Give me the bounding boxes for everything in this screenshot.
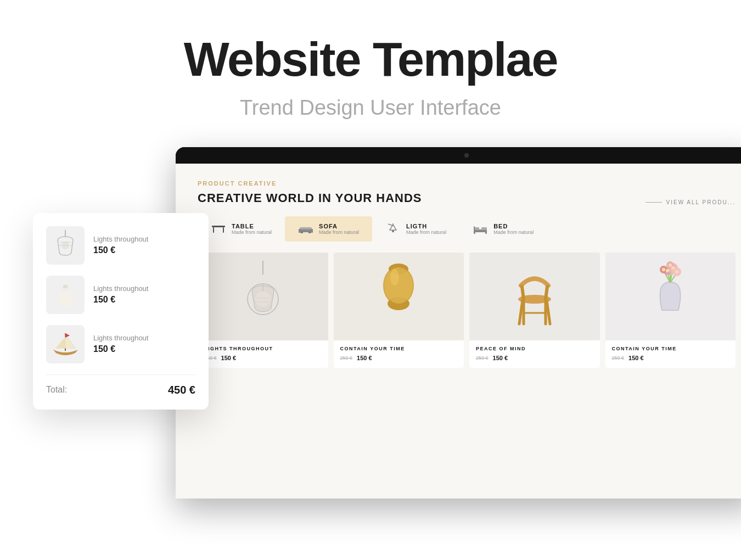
tab-sofa-text: SOFA Made from natural [319,223,359,235]
cart-sailboat-icon [50,329,81,359]
tab-light-name: LIGTH [406,223,446,229]
cart-total-row: Total: 450 € [46,384,195,396]
price-old-3: 250 € [476,355,489,361]
price-new-4: 150 € [628,355,644,361]
svg-rect-0 [212,226,225,227]
svg-rect-5 [299,229,301,233]
hero-section: Website Templae Trend Design User Interf… [0,0,741,136]
price-row-2: 250 € 150 € [340,355,458,361]
cart-item-price-2: 150 € [93,295,148,305]
cart-item-name-3: Lights throughout [93,334,148,342]
svg-rect-4 [300,227,312,229]
cart-item-1: Lights throughout 150 € [46,226,195,265]
sofa-icon [298,223,313,234]
product-grid: LIGHTS THROUGHOUT 250 € 150 € [198,253,736,368]
cart-item-img-1 [46,226,85,265]
laptop-camera [464,153,469,158]
svg-point-23 [384,267,413,304]
svg-point-49 [61,242,69,249]
website-content: PRODUCT CREATIVE CREATIVE WORLD IN YOUR … [176,164,741,379]
hero-title: Website Templae [0,33,741,86]
price-old-4: 250 € [612,355,625,361]
tab-light[interactable]: LIGTH Made from natural [372,216,459,242]
price-new-1: 150 € [221,355,237,361]
product-name-3: PEACE OF MIND [476,346,593,351]
product-card-4[interactable]: CONTAIN YOUR TIME 250 € 150 € [605,253,736,368]
cart-item-details-1: Lights throughout 150 € [93,235,148,255]
cart-total-value: 450 € [168,384,195,396]
svg-rect-7 [301,232,303,233]
svg-line-27 [546,287,547,299]
view-all-line [645,202,662,203]
bed-icon [473,223,488,234]
price-old-2: 250 € [340,355,353,361]
laptop-camera-bar [176,147,741,164]
category-tabs: TABLE Made from natural [198,216,736,242]
svg-line-26 [522,287,524,299]
website-header-row: PRODUCT CREATIVE CREATIVE WORLD IN YOUR … [198,180,736,205]
product-info-3: PEACE OF MIND 250 € 150 € [469,340,600,368]
svg-point-24 [390,269,399,285]
svg-point-45 [662,268,665,271]
product-card-1[interactable]: LIGHTS THROUGHOUT 250 € 150 € [198,253,328,368]
svg-rect-9 [392,230,394,232]
svg-rect-53 [63,285,68,288]
tab-bed-text: BED Made from natural [493,223,534,235]
tab-table-name: TABLE [232,223,272,229]
cart-item-2: Lights throughout 150 € [46,276,195,314]
tab-table-text: TABLE Made from natural [232,223,272,235]
laptop-bezel: PRODUCT CREATIVE CREATIVE WORLD IN YOUR … [176,147,741,499]
cart-vase-lamp-icon [52,279,79,310]
svg-rect-2 [223,227,224,233]
tab-bed[interactable]: BED Made from natural [459,216,547,242]
light-icon [385,223,401,234]
price-row-1: 250 € 150 € [204,355,322,361]
svg-point-44 [671,266,675,270]
cart-item-img-2 [46,276,85,314]
tab-sofa[interactable]: SOFA Made from natural [285,216,372,242]
price-row-3: 250 € 150 € [476,355,593,361]
product-card-3[interactable]: PEACE OF MIND 250 € 150 € [469,253,600,368]
cart-divider [46,374,195,375]
table-icon [211,223,226,234]
svg-rect-13 [481,227,487,230]
view-all-link[interactable]: VIEW ALL PRODU... [645,199,736,205]
product-image-1 [198,253,328,340]
cart-pendant-icon [53,230,78,260]
svg-point-47 [669,264,672,267]
price-new-2: 150 € [357,355,372,361]
svg-point-46 [675,270,678,273]
tab-light-text: LIGTH Made from natural [406,223,446,235]
tab-sofa-desc: Made from natural [319,229,359,235]
price-row-4: 250 € 150 € [612,355,729,361]
product-image-4 [605,253,736,340]
cart-item-name-1: Lights throughout [93,235,148,243]
cart-item-price-1: 150 € [93,245,148,255]
svg-line-28 [519,300,523,324]
pendant-light-svg [241,261,285,332]
tab-bed-desc: Made from natural [493,229,534,235]
product-header: PRODUCT CREATIVE CREATIVE WORLD IN YOUR … [198,180,422,205]
svg-rect-15 [485,232,487,234]
product-info-2: CONTAIN YOUR TIME 250 € 150 € [334,340,464,368]
tab-table[interactable]: TABLE Made from natural [198,216,285,242]
hero-subtitle: Trend Design User Interface [0,96,741,120]
golden-vase-svg [374,261,423,332]
svg-point-43 [666,269,669,272]
cart-item-3: Lights throughout 150 € [46,325,195,363]
cart-item-details-2: Lights throughout 150 € [93,284,148,305]
cart-item-img-3 [46,325,85,363]
svg-rect-6 [311,229,313,233]
svg-rect-1 [213,227,214,233]
wooden-chair-svg [507,261,562,332]
product-card-2[interactable]: CONTAIN YOUR TIME 250 € 150 € [334,253,464,368]
cart-total-label: Total: [46,385,67,395]
cart-panel: Lights throughout 150 € Lights throughou… [33,213,209,410]
product-name-4: CONTAIN YOUR TIME [612,346,729,351]
cart-item-details-3: Lights throughout 150 € [93,334,148,354]
tab-light-desc: Made from natural [406,229,446,235]
laptop-screen: PRODUCT CREATIVE CREATIVE WORLD IN YOUR … [176,164,741,499]
tab-table-desc: Made from natural [232,229,272,235]
view-all-label: VIEW ALL PRODU... [666,199,736,205]
product-image-3 [469,253,600,340]
